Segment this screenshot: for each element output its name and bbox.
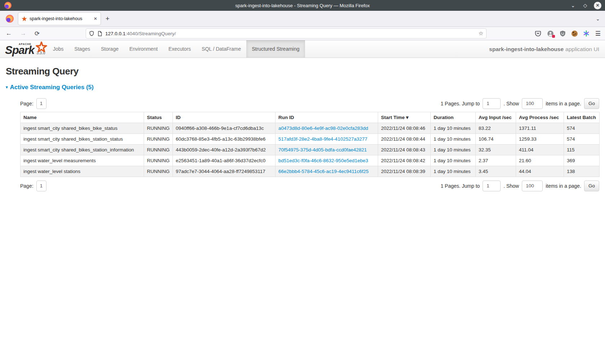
spark-logo-apache: APACHE [19,43,31,45]
id-cell: e2563451-1a89-40a1-a86f-36d37d2ecfc0 [173,155,275,166]
streaming-queries-table: NameStatusIDRun IDStart Time ▾DurationAv… [20,112,600,177]
table-row: ingest smart_city shared_bikes_station_i… [21,144,600,155]
toolbar-extensions: ☰ [535,30,605,37]
nav-tab-storage[interactable]: Storage [95,40,124,58]
account-extension-icon[interactable] [547,30,554,37]
bookmark-star-icon[interactable]: ☆ [479,30,483,37]
jump-to-input[interactable] [483,98,501,109]
duration-cell: 1 day 10 minutes [431,144,476,155]
column-header[interactable]: Name [21,112,144,123]
show-text: . Show [503,183,519,189]
start-time-cell: 2022/11/24 08:08:46 [378,123,431,133]
tab-list-chevron-icon[interactable]: ⌄ [596,16,600,22]
firefox-icon [6,15,14,23]
name-cell: ingest smart_city shared_bikes_station_i… [21,144,144,155]
status-cell: RUNNING [144,123,173,133]
pocket-icon[interactable] [535,30,542,37]
status-cell: RUNNING [144,144,173,155]
duration-cell: 1 day 10 minutes [431,133,476,144]
page-size-input[interactable] [522,181,543,191]
run-id-link[interactable]: 517afd3f-28e2-4ba8-9fe4-4102527a3277 [278,136,367,142]
spark-logo-word: Spark [5,45,34,56]
spark-logo[interactable]: APACHE Spark 3.3.0 [0,40,48,58]
firefox-icon [4,2,12,9]
nav-tab-executors[interactable]: Executors [163,40,196,58]
run-id-cell: a0473d8d-80e6-4e9f-ac98-02e0cfa283dd [275,123,378,133]
column-header[interactable]: Status [144,112,173,123]
run-id-cell: 66e2bbb4-5784-45c6-ac19-4ec9411c6f25 [275,166,378,177]
menu-button[interactable]: ☰ [595,30,601,37]
section-label: Active Streaming Queries (5) [10,84,94,91]
column-header[interactable]: ID [173,112,275,123]
column-header[interactable]: Avg Process /sec [516,112,564,123]
duration-cell: 1 day 10 minutes [431,123,476,133]
run-id-link[interactable]: 70f54975-375d-4d05-bdfa-ccd0fae42821 [278,147,367,153]
nav-tab-stages[interactable]: Stages [69,40,96,58]
page-title: Streaming Query [6,66,599,77]
browser-tab[interactable]: spark-ingest-into-lakehous ✕ [18,13,100,25]
nav-tab-sql-dataframe[interactable]: SQL / DataFrame [196,40,246,58]
nav-tab-environment[interactable]: Environment [124,40,163,58]
run-id-link[interactable]: 66e2bbb4-5784-45c6-ac19-4ec9411c6f25 [278,169,368,174]
show-text: . Show [503,101,519,106]
id-cell: 97adc7e7-3044-4064-aa28-ff7249853117 [173,166,275,177]
nav-tab-structured-streaming[interactable]: Structured Streaming [246,40,305,58]
go-button[interactable]: Go [584,181,599,191]
column-header[interactable]: Latest Batch [564,112,600,123]
items-text: items in a page. [546,101,581,106]
avg-process-cell: 21.60 [516,155,564,166]
url-path: :4040/StreamingQuery/ [126,31,176,36]
duration-cell: 1 day 10 minutes [431,155,476,166]
spark-navbar: APACHE Spark 3.3.0 JobsStagesStorageEnvi… [0,40,605,58]
window-controls: ⌄ ◇ ✕ [569,2,605,9]
run-id-cell: 70f54975-375d-4d05-bdfa-ccd0fae42821 [275,144,378,155]
column-header[interactable]: Duration [431,112,476,123]
run-id-link[interactable]: a0473d8d-80e6-4e9f-ac98-02e0cfa283dd [278,126,368,131]
shield-permissions-icon[interactable] [89,31,94,36]
page-info-icon[interactable] [98,31,102,36]
forward-button[interactable]: → [20,30,26,37]
reload-button[interactable]: ⟳ [35,30,40,37]
table-row: ingest smart_city shared_bikes_bike_stat… [21,123,600,133]
application-label: spark-ingest-into-lakehouse application … [489,40,599,58]
application-suffix: application UI [565,46,599,53]
page-number-input[interactable] [36,98,46,109]
ublock-shield-icon[interactable] [559,30,566,37]
jump-to-input[interactable] [483,181,501,191]
nav-tab-jobs[interactable]: Jobs [48,40,69,58]
new-tab-button[interactable]: + [106,15,109,23]
window-minimize-button[interactable]: ⌄ [569,2,577,9]
table-row: ingest water_level stationsRUNNING97adc7… [21,166,600,177]
window-close-button[interactable]: ✕ [594,2,601,9]
column-header[interactable]: Start Time ▾ [378,112,431,123]
avg-input-cell: 106.74 [476,133,516,144]
back-button[interactable]: ← [6,30,12,37]
column-header[interactable]: Avg Input /sec [476,112,516,123]
page-size-input[interactable] [522,98,543,109]
nav-buttons: ← → ⟳ [0,30,40,37]
cookie-extension-icon[interactable] [572,31,578,37]
page-content: Streaming Query ▾ Active Streaming Queri… [0,66,605,191]
run-id-link[interactable]: bd51ed3c-f0fa-46c6-8632-950e5ed1ebe3 [278,158,368,163]
pagination-right: 1 Pages. Jump to . Show items in a page.… [440,181,599,191]
window-titlebar: spark-ingest-into-lakehouse - Streaming … [0,0,605,11]
latest-batch-cell: 369 [564,155,600,166]
run-id-cell: 517afd3f-28e2-4ba8-9fe4-4102527a3277 [275,133,378,144]
browser-toolbar: ← → ⟳ 127.0.0.1:4040/StreamingQuery/ ☆ ☰ [0,27,605,40]
avg-input-cell: 83.22 [476,123,516,133]
id-cell: 60dc3768-85e3-4fb5-a13c-63b29938bfe6 [173,133,275,144]
page-number-input[interactable] [36,181,46,191]
duration-cell: 1 day 10 minutes [431,166,476,177]
collapse-arrow-icon: ▾ [6,85,8,90]
start-time-cell: 2022/11/24 08:08:39 [378,166,431,177]
url-bar[interactable]: 127.0.0.1:4040/StreamingQuery/ ☆ [86,28,487,38]
go-button[interactable]: Go [584,98,599,109]
window-maximize-button[interactable]: ◇ [582,2,589,9]
url-text: 127.0.0.1:4040/StreamingQuery/ [105,31,176,36]
tab-close-icon[interactable]: ✕ [94,16,97,21]
run-id-cell: bd51ed3c-f0fa-46c6-8632-950e5ed1ebe3 [275,155,378,166]
asterisk-extension-icon[interactable] [583,30,590,37]
column-header[interactable]: Run ID [275,112,378,123]
active-queries-toggle[interactable]: ▾ Active Streaming Queries (5) [6,84,94,91]
tab-title: spark-ingest-into-lakehous [30,16,85,21]
